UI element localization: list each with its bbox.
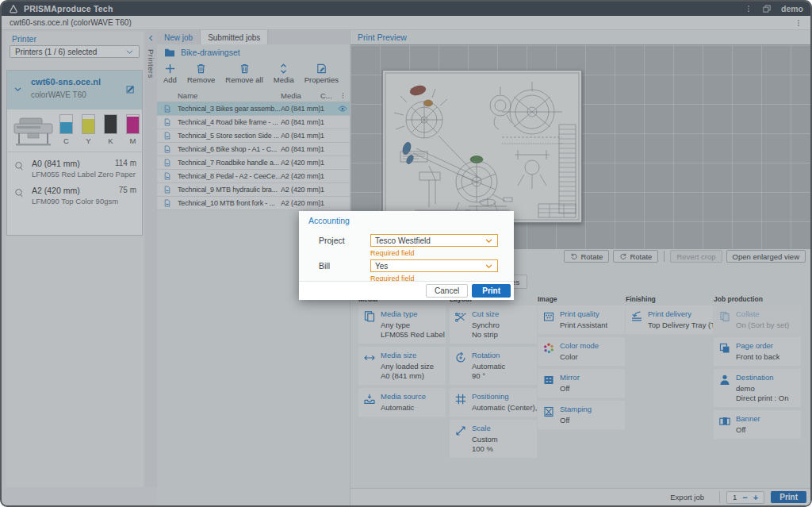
bill-select[interactable]: Yes — [370, 259, 498, 272]
project-select[interactable]: Tesco Westfield — [370, 234, 498, 247]
dialog-title: Accounting — [308, 216, 350, 225]
project-label: Project — [319, 236, 345, 245]
bill-label: Bill — [319, 261, 330, 271]
project-required-hint: Required field — [370, 249, 415, 257]
app-window: PRISMAproduce Tech demo cwt60-sns.oce.nl… — [0, 0, 812, 507]
project-select-value: Tesco Westfield — [375, 236, 431, 245]
chevron-down-icon — [485, 236, 493, 245]
dialog-footer: Cancel Print — [299, 281, 514, 300]
dialog-cancel-button[interactable]: Cancel — [426, 284, 468, 298]
dialog-print-button[interactable]: Print — [472, 284, 511, 298]
bill-select-value: Yes — [375, 262, 388, 271]
accounting-dialog: Accounting Project Tesco Westfield Requi… — [299, 211, 514, 300]
chevron-down-icon — [485, 262, 493, 271]
